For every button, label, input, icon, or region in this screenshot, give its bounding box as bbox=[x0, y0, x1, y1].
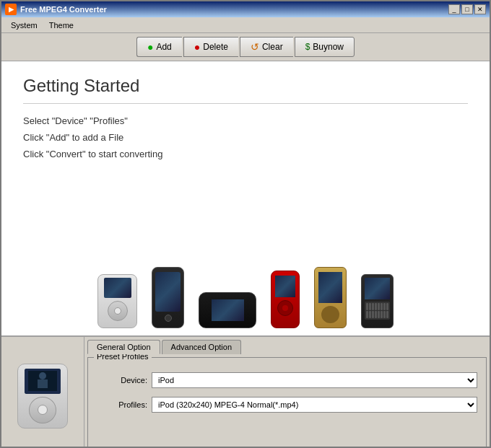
svg-rect-3 bbox=[38, 379, 48, 388]
options-panel: General Option Advanced Option Preset Pr… bbox=[84, 337, 490, 448]
ipod-classic-wheel bbox=[108, 301, 128, 321]
instruction-line-2: Click "Add" to add a File bbox=[23, 132, 468, 143]
iphone-home-btn bbox=[165, 315, 172, 322]
psp-screen bbox=[212, 299, 244, 321]
title-bar: ▶ Free MPEG4 Converter _ □ ✕ bbox=[1, 1, 490, 17]
toolbar: ● Add ● Delete ↺ Clear $ Buynow bbox=[1, 33, 490, 61]
buynow-label: Buynow bbox=[313, 42, 344, 52]
bb-screen bbox=[365, 278, 390, 299]
devices-row bbox=[1, 267, 490, 328]
dollar-icon: $ bbox=[305, 42, 310, 52]
maximize-button[interactable]: □ bbox=[461, 4, 473, 14]
zune-pad bbox=[321, 306, 339, 323]
svg-point-2 bbox=[39, 372, 46, 379]
getting-started-section: Getting Started Select "Device" "Profile… bbox=[1, 61, 490, 180]
minimize-button[interactable]: _ bbox=[448, 4, 460, 14]
preset-profiles-box: Preset Profiles Device: iPod Profiles: i… bbox=[87, 357, 487, 448]
profiles-select[interactable]: iPod (320x240) MPEG-4 Normal(*.mp4) bbox=[152, 397, 477, 413]
preview-wheel bbox=[29, 397, 56, 423]
close-button[interactable]: ✕ bbox=[474, 4, 486, 14]
device-zune bbox=[314, 267, 347, 328]
profiles-label: Profiles: bbox=[97, 400, 147, 409]
nano-wheel bbox=[277, 300, 293, 316]
device-psp bbox=[199, 292, 256, 328]
menu-system[interactable]: System bbox=[5, 19, 43, 31]
options-area: General Option Advanced Option Preset Pr… bbox=[1, 335, 490, 448]
delete-icon: ● bbox=[194, 41, 200, 53]
preview-screen bbox=[25, 369, 61, 395]
ipod-classic-screen bbox=[104, 278, 131, 298]
clear-button[interactable]: ↺ Clear bbox=[240, 37, 293, 57]
tab-advanced[interactable]: Advanced Option bbox=[162, 340, 241, 354]
window-title: Free MPEG4 Converter bbox=[20, 5, 107, 14]
getting-started-title: Getting Started bbox=[23, 76, 468, 104]
main-content-area: Getting Started Select "Device" "Profile… bbox=[1, 61, 490, 335]
profiles-row: Profiles: iPod (320x240) MPEG-4 Normal(*… bbox=[97, 397, 477, 413]
tab-general[interactable]: General Option bbox=[87, 340, 160, 354]
preview-ipod bbox=[17, 364, 68, 429]
clear-icon: ↺ bbox=[251, 41, 259, 53]
instruction-line-3: Click "Convert" to start converting bbox=[23, 149, 468, 159]
menu-theme[interactable]: Theme bbox=[43, 19, 79, 31]
add-icon: ● bbox=[147, 41, 153, 53]
bb-keyboard bbox=[365, 302, 390, 320]
delete-label: Delete bbox=[203, 42, 228, 52]
iphone-screen bbox=[155, 272, 181, 312]
add-label: Add bbox=[156, 42, 171, 52]
menu-bar: System Theme bbox=[1, 17, 490, 33]
device-iphone bbox=[152, 267, 184, 328]
add-button[interactable]: ● Add bbox=[136, 37, 182, 57]
device-select[interactable]: iPod bbox=[152, 372, 477, 388]
device-ipod-nano bbox=[271, 271, 300, 328]
device-ipod-classic bbox=[97, 274, 137, 328]
nano-screen bbox=[275, 276, 295, 297]
instruction-line-1: Select "Device" "Profiles" bbox=[23, 115, 468, 126]
device-blackberry bbox=[361, 274, 394, 328]
clear-label: Clear bbox=[262, 42, 283, 52]
buynow-button[interactable]: $ Buynow bbox=[295, 37, 355, 57]
device-label: Device: bbox=[97, 376, 147, 385]
device-row: Device: iPod bbox=[97, 372, 477, 388]
options-tabs: General Option Advanced Option bbox=[84, 337, 490, 354]
app-icon: ▶ bbox=[5, 4, 17, 15]
zune-screen bbox=[318, 272, 342, 303]
device-preview-panel bbox=[1, 337, 84, 448]
delete-button[interactable]: ● Delete bbox=[183, 37, 238, 57]
